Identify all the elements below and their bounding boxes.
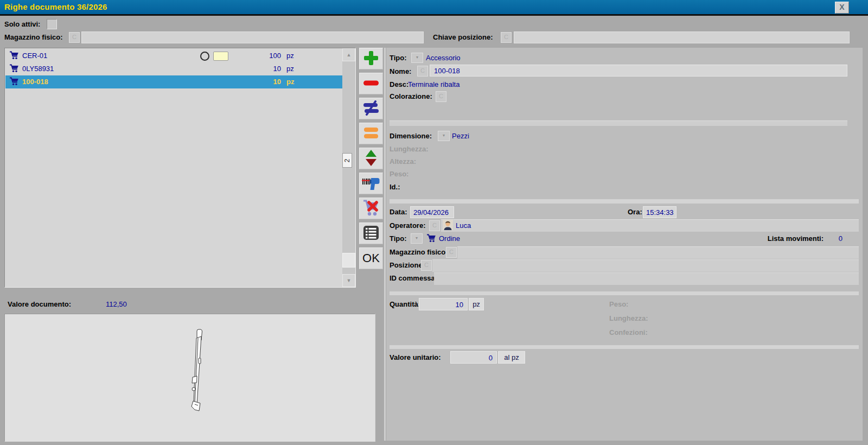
operator-avatar: [443, 220, 453, 232]
difference-button[interactable]: [359, 98, 383, 119]
colorazione-label: Colorazione:: [390, 92, 432, 100]
list-item-selected[interactable]: 100-018 10 pz: [5, 75, 342, 88]
item-quantity: 100: [233, 52, 281, 60]
minus-icon: [363, 80, 379, 88]
magazzino-fisico-doc-label: Magazzino fisico:: [390, 248, 448, 256]
valore-unitario-input[interactable]: 0: [450, 351, 497, 364]
up-down-arrows-icon: [364, 149, 378, 168]
note-field[interactable]: [390, 120, 847, 126]
table-icon: [363, 225, 379, 242]
scroll-down-icon[interactable]: ▼: [342, 274, 355, 287]
operatore-value: Luca: [456, 221, 471, 230]
item-code: 0LY58931: [22, 65, 54, 73]
quantita-label: Quantità:: [390, 300, 420, 308]
title-bar: [0, 0, 868, 14]
cancel-order-button[interactable]: [359, 198, 383, 219]
color-flag: [213, 52, 228, 61]
chiave-posizione-label: Chiave posizione:: [433, 33, 493, 41]
tipo-documento-label: Tipo:: [390, 234, 407, 243]
posizione-field[interactable]: [432, 259, 859, 272]
dimensione-label: Dimensione:: [390, 132, 432, 140]
operatore-label: Operatore:: [390, 221, 425, 230]
valore-unitario-unit: al pz: [498, 351, 525, 364]
lista-movimenti-value: 0: [826, 234, 843, 243]
barcode-scanner-button[interactable]: [359, 173, 383, 194]
confezioni-ro-label: Confezioni:: [609, 328, 648, 336]
plus-icon: [363, 50, 379, 68]
data-input[interactable]: 29/04/2026: [410, 206, 454, 218]
tipo-dropdown[interactable]: ▾: [411, 53, 423, 63]
chiave-posizione-input[interactable]: [514, 31, 850, 43]
id-label: Id.:: [390, 183, 400, 191]
equals-button[interactable]: [359, 123, 383, 144]
item-drawing: [184, 328, 211, 417]
nome-value: 100-018: [434, 67, 460, 75]
document-rows-list: CER-01 100 pz 0LY58931 10 pz 100-018 10 …: [4, 48, 356, 288]
item-code: 100-018: [22, 78, 48, 86]
movements-table-button[interactable]: [359, 223, 383, 244]
valore-unitario-label: Valore unitario:: [390, 353, 441, 361]
sort-button[interactable]: [359, 148, 383, 169]
cart-icon: [9, 77, 20, 87]
list-scrollbar[interactable]: ▲ 2 ▼: [342, 48, 355, 287]
solo-attivi-label: Solo attivi:: [4, 20, 40, 28]
desc-value: Terminale ribalta: [408, 80, 459, 88]
add-row-button[interactable]: [359, 48, 383, 69]
cart-icon: [9, 64, 20, 74]
equals-icon: [363, 126, 379, 141]
tipo-documento-value: Ordine: [439, 234, 460, 243]
lunghezza-label: Lunghezza:: [390, 145, 429, 153]
valore-documento-value: 112,50: [106, 300, 127, 308]
lista-movimenti-label: Lista movimenti:: [739, 234, 824, 243]
operatore-lookup-button[interactable]: C: [429, 220, 440, 231]
cart-icon: [426, 234, 437, 244]
item-unit: pz: [286, 78, 294, 86]
solo-attivi-checkbox[interactable]: [47, 19, 57, 29]
nome-lookup-button[interactable]: C: [417, 66, 428, 77]
barcode-scanner-icon: [362, 175, 380, 193]
quantita-unit: pz: [469, 298, 484, 310]
nome-input[interactable]: 100-018: [430, 65, 847, 77]
not-equal-icon: [362, 100, 380, 117]
id-commessa-field[interactable]: [434, 272, 859, 285]
magazzino-doc-field[interactable]: [457, 246, 859, 259]
section-divider: [390, 345, 859, 349]
item-preview-panel: [4, 314, 375, 442]
colorazione-lookup-button[interactable]: C: [436, 91, 446, 102]
peso-ro-label: Peso:: [609, 300, 628, 308]
dimensione-value: Pezzi: [452, 132, 469, 140]
window-title: Righe documento 36/2026: [4, 2, 107, 11]
magazzino-doc-lookup-button[interactable]: C: [446, 247, 457, 258]
magazzino-fisico-label: Magazzino fisico:: [4, 33, 63, 41]
ok-label: OK: [362, 251, 380, 265]
posizione-label: Posizione:: [390, 261, 425, 269]
status-circle-icon: [200, 52, 209, 61]
remove-row-button[interactable]: [359, 73, 383, 94]
close-button[interactable]: X: [835, 2, 849, 14]
ora-input[interactable]: 15:34:33: [643, 206, 676, 218]
tipo-documento-dropdown[interactable]: ▾: [411, 233, 423, 244]
dimensione-dropdown[interactable]: ▾: [438, 131, 450, 141]
operatore-field[interactable]: [441, 219, 859, 232]
section-divider: [390, 291, 859, 295]
magazzino-fisico-lookup-button[interactable]: C: [69, 32, 80, 43]
quantita-input[interactable]: 10: [419, 298, 468, 310]
chiave-posizione-lookup-button[interactable]: C: [501, 32, 512, 43]
list-item[interactable]: CER-01 100 pz: [5, 49, 342, 62]
cart-delete-icon: [362, 199, 380, 218]
ora-label: Ora:: [628, 208, 642, 216]
item-quantity: 10: [233, 78, 281, 86]
panel-divider: [384, 48, 386, 441]
id-commessa-label: ID commessa:: [390, 274, 437, 282]
tipo-label: Tipo:: [390, 54, 407, 62]
scroll-up-icon[interactable]: ▲: [342, 48, 355, 61]
desc-label: Desc:: [390, 80, 409, 88]
item-code: CER-01: [22, 52, 47, 60]
magazzino-fisico-input[interactable]: [81, 31, 424, 43]
posizione-lookup-button[interactable]: C: [421, 260, 432, 271]
scroll-position-badge: 2: [342, 153, 352, 168]
ok-button[interactable]: OK: [359, 247, 383, 269]
scrollbar-thumb[interactable]: [342, 253, 355, 268]
list-item[interactable]: 0LY58931 10 pz: [5, 62, 342, 75]
detail-panel: Tipo: ▾ Accessorio Nome: C 100-018 Desc:…: [386, 48, 863, 441]
